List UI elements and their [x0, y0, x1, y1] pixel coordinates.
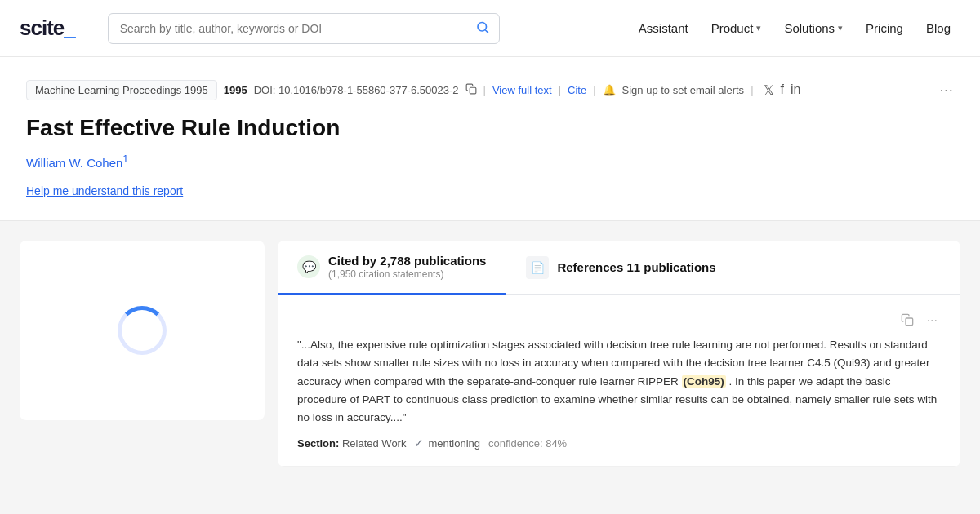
separator: | [483, 84, 486, 96]
mentioning-badge: ✓ mentioning [414, 436, 480, 450]
publication-year: 1995 [224, 84, 247, 96]
nav-item-product[interactable]: Product ▾ [702, 15, 772, 42]
author-link[interactable]: William W. Cohen1 [26, 156, 128, 170]
logo-underscore: _ [64, 16, 74, 40]
svg-rect-2 [470, 87, 476, 94]
alert-label[interactable]: Sign up to set email alerts [622, 84, 745, 96]
help-link-container: Help me understand this report [26, 184, 954, 197]
bell-icon: 🔔 [603, 84, 616, 96]
tab-cited-by-sub: (1,950 citation statements) [328, 268, 486, 280]
nav-item-blog[interactable]: Blog [916, 15, 960, 42]
article-section: Machine Learning Proceedings 1995 1995 D… [0, 57, 980, 221]
linkedin-icon[interactable]: in [791, 82, 800, 98]
tab-references-info: References 11 publications [557, 260, 715, 274]
tab-references-label: References 11 publications [557, 260, 715, 274]
citation-text: "...Also, the expensive rule optimizatio… [297, 336, 941, 427]
social-icons: 𝕏 f in [764, 82, 801, 98]
main-content: 💬 Cited by 2,788 publications (1,950 cit… [0, 221, 980, 467]
check-icon: ✓ [414, 436, 424, 450]
logo[interactable]: scite_ [20, 16, 75, 41]
search-icon[interactable] [475, 20, 490, 37]
svg-line-1 [485, 29, 488, 32]
svg-rect-3 [906, 318, 913, 326]
loading-spinner [118, 306, 167, 355]
separator: | [593, 84, 595, 96]
tab-cited-by[interactable]: 💬 Cited by 2,788 publications (1,950 cit… [278, 241, 506, 295]
search-input[interactable] [108, 13, 500, 44]
citation-card: ··· "...Also, the expensive rule optimiz… [278, 295, 960, 467]
separator: | [559, 84, 561, 96]
search-bar-container [108, 13, 500, 44]
view-full-text-link[interactable]: View full text [492, 84, 552, 96]
tab-cited-by-info: Cited by 2,788 publications (1,950 citat… [328, 254, 486, 280]
citations-panel: 💬 Cited by 2,788 publications (1,950 cit… [278, 241, 960, 467]
citations-tabs: 💬 Cited by 2,788 publications (1,950 cit… [278, 241, 960, 295]
separator: | [751, 84, 753, 96]
chevron-down-icon: ▾ [756, 23, 761, 33]
nav-item-assistant[interactable]: Assistant [629, 15, 698, 42]
article-meta: Machine Learning Proceedings 1995 1995 D… [26, 80, 954, 100]
copy-citation-icon[interactable] [898, 312, 917, 331]
nav-links: Assistant Product ▾ Solutions ▾ Pricing … [629, 15, 960, 42]
nav-item-solutions[interactable]: Solutions ▾ [774, 15, 853, 42]
navbar: scite_ Assistant Product ▾ Solutions ▾ P… [0, 0, 980, 57]
nav-item-pricing[interactable]: Pricing [856, 15, 913, 42]
chevron-down-icon: ▾ [838, 23, 843, 33]
citation-highlight: (Coh95) [682, 375, 726, 388]
tab-references[interactable]: 📄 References 11 publications [506, 241, 735, 294]
doi-label: DOI: 10.1016/b978-1-55860-377-6.50023-2 [254, 84, 459, 96]
chat-icon: 💬 [297, 255, 320, 278]
document-icon: 📄 [526, 256, 549, 279]
journal-tag: Machine Learning Proceedings 1995 [26, 80, 217, 100]
citation-card-header: ··· [297, 312, 941, 331]
article-authors: William W. Cohen1 [26, 153, 954, 170]
sidebar-loading [20, 241, 265, 420]
twitter-icon[interactable]: 𝕏 [764, 82, 774, 98]
citation-meta: Section: Related Work ✓ mentioning confi… [297, 436, 941, 450]
section-label: Section: Related Work [297, 437, 406, 450]
more-citation-options-icon[interactable]: ··· [924, 312, 941, 331]
confidence-label: confidence: 84% [488, 437, 567, 450]
tab-cited-by-label: Cited by 2,788 publications [328, 254, 486, 268]
help-link[interactable]: Help me understand this report [26, 184, 183, 197]
mentioning-label: mentioning [428, 437, 480, 450]
cite-link[interactable]: Cite [568, 84, 586, 96]
copy-doi-icon[interactable] [466, 83, 477, 97]
more-options-icon[interactable]: ··· [940, 84, 954, 96]
article-title: Fast Effective Rule Induction [26, 113, 954, 142]
facebook-icon[interactable]: f [781, 82, 784, 98]
